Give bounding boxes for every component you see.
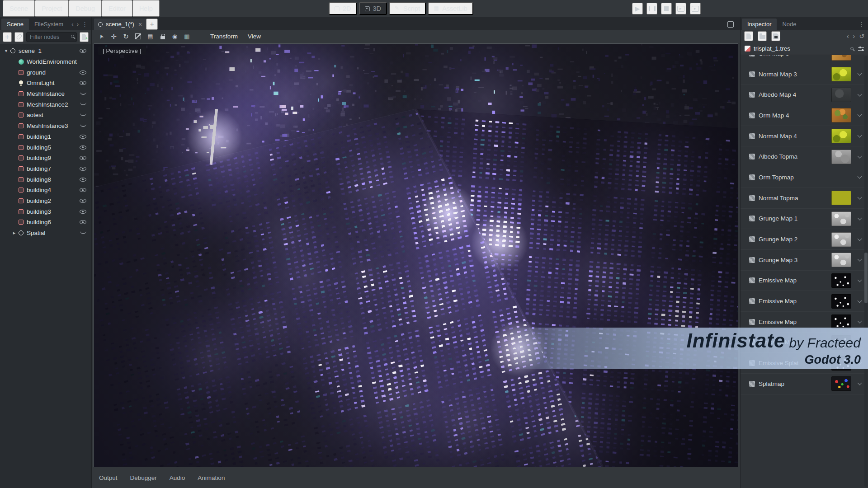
texture-thumbnail[interactable] xyxy=(831,294,851,309)
tree-node-building8[interactable]: building8 xyxy=(0,174,91,185)
pause-button[interactable] xyxy=(646,3,657,14)
visibility-toggle[interactable] xyxy=(80,49,86,53)
tree-node-worldenvironment[interactable]: WorldEnvironment xyxy=(0,56,91,67)
texture-thumbnail[interactable] xyxy=(831,376,851,391)
tree-node-spatial[interactable]: ▸ Spatial xyxy=(0,228,91,239)
new-resource-button[interactable] xyxy=(744,31,753,41)
inspector-tools-icon[interactable] xyxy=(858,46,864,52)
property-splatmap[interactable]: Splatmap xyxy=(741,374,868,394)
scene-tab[interactable]: scene_1(*) × xyxy=(94,19,146,30)
visibility-toggle[interactable] xyxy=(80,156,86,160)
save-resource-button[interactable] xyxy=(771,31,780,41)
close-icon[interactable]: × xyxy=(137,21,142,28)
chevron-down-icon[interactable] xyxy=(858,195,862,200)
texture-thumbnail[interactable] xyxy=(831,314,851,329)
menu-scene[interactable]: Scene xyxy=(3,0,35,17)
bottom-tab-animation[interactable]: Animation xyxy=(192,472,230,483)
tab-scene[interactable]: Scene xyxy=(1,19,29,30)
visibility-toggle[interactable] xyxy=(80,145,86,150)
texture-thumbnail[interactable] xyxy=(831,67,851,81)
texture-thumbnail[interactable] xyxy=(831,88,851,102)
history-forward-icon[interactable]: › xyxy=(853,33,855,40)
visibility-toggle[interactable] xyxy=(80,178,86,182)
property-grunge-map-2[interactable]: Grunge Map 2 xyxy=(741,229,868,250)
lock-tool-button[interactable] xyxy=(156,31,169,42)
visibility-toggle[interactable] xyxy=(80,232,86,234)
dock-menu-icon[interactable]: ⋮ xyxy=(859,21,864,28)
inspector-scrollbar[interactable] xyxy=(864,56,868,487)
tree-node-building9[interactable]: building9 xyxy=(0,153,91,164)
chevron-down-icon[interactable] xyxy=(858,92,862,96)
tree-node-ground[interactable]: ground xyxy=(0,67,91,78)
search-property-icon[interactable] xyxy=(850,47,854,50)
property-orm-topmap[interactable]: Orm Topmap xyxy=(741,167,868,188)
edited-resource-row[interactable]: trisplat_1.tres xyxy=(741,42,868,55)
texture-thumbnail[interactable] xyxy=(831,253,851,267)
move-tool-button[interactable] xyxy=(108,31,120,42)
stop-button[interactable] xyxy=(661,3,672,14)
chevron-down-icon[interactable] xyxy=(858,71,862,76)
visibility-toggle[interactable] xyxy=(80,210,86,214)
chevron-down-icon[interactable] xyxy=(858,216,862,220)
menu-debug[interactable]: Debug xyxy=(69,0,102,17)
visibility-toggle[interactable] xyxy=(80,81,86,85)
scale-tool-button[interactable] xyxy=(132,31,144,42)
instance-scene-button[interactable] xyxy=(14,32,24,42)
snap-tool-button[interactable] xyxy=(181,31,193,42)
property-orm-map-3[interactable]: Orm Map 3 xyxy=(741,55,868,64)
visibility-toggle[interactable] xyxy=(80,70,86,75)
perspective-label[interactable]: [ Perspective ] xyxy=(98,47,146,55)
chevron-down-icon[interactable] xyxy=(858,319,862,324)
property-emissive-map[interactable]: Emissive Map xyxy=(741,291,868,312)
property-normal-map-3[interactable]: Normal Map 3 xyxy=(741,64,868,85)
load-resource-button[interactable] xyxy=(758,31,767,41)
tree-node-meshinstance[interactable]: MeshInstance xyxy=(0,89,91,99)
bottom-tab-output[interactable]: Output xyxy=(94,472,123,483)
new-scene-tab-button[interactable]: + xyxy=(146,19,158,30)
menu-editor[interactable]: Editor xyxy=(102,0,132,17)
chevron-down-icon[interactable] xyxy=(858,277,862,282)
select-tool-button[interactable] xyxy=(95,31,108,42)
tree-node-omnilight[interactable]: OmniLight xyxy=(0,78,91,89)
menu-help[interactable]: Help xyxy=(132,0,160,17)
list-select-tool-button[interactable] xyxy=(144,31,156,42)
chevron-down-icon[interactable] xyxy=(858,174,862,179)
add-node-button[interactable]: + xyxy=(3,32,12,42)
tree-node-meshinstance3[interactable]: MeshInstance3 xyxy=(0,121,91,131)
scrollbar-thumb[interactable] xyxy=(864,253,868,303)
texture-thumbnail[interactable] xyxy=(831,232,851,247)
play-scene-button[interactable] xyxy=(675,3,686,14)
history-back-icon[interactable]: ‹ xyxy=(847,33,849,40)
chevron-down-icon[interactable] xyxy=(858,298,862,303)
tree-node-building7[interactable]: building7 xyxy=(0,164,91,174)
tab-filesystem[interactable]: FileSystem xyxy=(29,19,69,30)
visibility-toggle[interactable] xyxy=(80,103,86,105)
filter-nodes-input[interactable] xyxy=(26,32,77,42)
texture-thumbnail[interactable] xyxy=(831,211,851,226)
visibility-toggle[interactable] xyxy=(80,135,86,139)
transform-menu[interactable]: Transform xyxy=(205,30,243,43)
viewport-canvas[interactable] xyxy=(94,44,738,467)
tab-scroll-right-icon[interactable]: › xyxy=(77,21,79,28)
texture-thumbnail[interactable] xyxy=(831,150,851,164)
tree-node-building3[interactable]: building3 xyxy=(0,206,91,217)
workspace-3d[interactable]: 3D xyxy=(359,2,387,15)
tab-inspector[interactable]: Inspector xyxy=(742,19,777,30)
tree-node-building2[interactable]: building2 xyxy=(0,196,91,206)
visibility-toggle[interactable] xyxy=(80,220,86,224)
tree-node-building6[interactable]: building6 xyxy=(0,217,91,228)
visibility-toggle[interactable] xyxy=(80,167,86,171)
tree-node-aotest[interactable]: aotest xyxy=(0,110,91,121)
chevron-down-icon[interactable] xyxy=(858,133,862,138)
property-albedo-topma[interactable]: Albedo Topma xyxy=(741,146,868,167)
property-grunge-map-3[interactable]: Grunge Map 3 xyxy=(741,250,868,271)
property-grunge-map-1[interactable]: Grunge Map 1 xyxy=(741,209,868,230)
bottom-tab-debugger[interactable]: Debugger xyxy=(125,472,162,483)
property-normal-map-4[interactable]: Normal Map 4 xyxy=(741,126,868,147)
tab-node[interactable]: Node xyxy=(777,19,802,30)
property-normal-topma[interactable]: Normal Topma xyxy=(741,188,868,209)
visibility-toggle[interactable] xyxy=(80,188,86,192)
tree-node-building5[interactable]: building5 xyxy=(0,142,91,153)
visibility-toggle[interactable] xyxy=(80,199,86,203)
property-emissive-map[interactable]: Emissive Map xyxy=(741,271,868,291)
